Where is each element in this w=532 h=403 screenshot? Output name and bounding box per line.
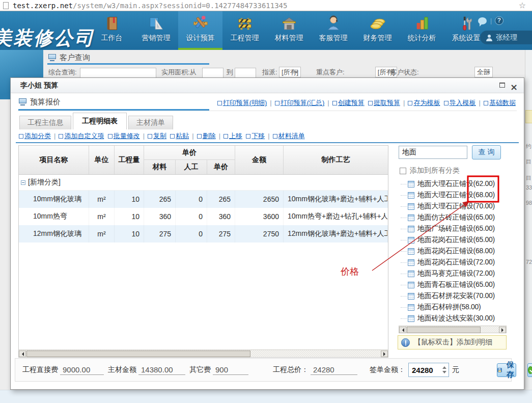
nav-label: 工作台 xyxy=(90,34,134,43)
grid-icon xyxy=(408,237,414,244)
bookmark-star-icon[interactable]: ☆ xyxy=(519,1,526,10)
link-box-icon xyxy=(223,134,228,139)
grid-icon xyxy=(408,248,414,255)
list-item[interactable]: 地面马赛克正铺设(72.00) xyxy=(401,268,510,279)
sign-button[interactable]: 签 单 xyxy=(527,363,532,377)
toolbar-move-down[interactable]: 下移 xyxy=(246,132,265,140)
nav-label: 客服管理 xyxy=(311,34,355,43)
toolbar-paste[interactable]: 粘贴 xyxy=(170,132,189,140)
user-menu[interactable]: 张经理 xyxy=(480,31,532,44)
divider xyxy=(18,111,517,111)
link-save-template[interactable]: 存为模板 xyxy=(408,99,440,106)
search-filter-input[interactable] xyxy=(80,68,156,78)
message-bubble-icon[interactable] xyxy=(478,17,487,24)
toolbar-add-category[interactable]: 添加分类 xyxy=(19,132,51,140)
tab-project-detail[interactable]: 工程明细表 xyxy=(73,113,127,129)
nav-label: 材料管理 xyxy=(267,34,311,43)
material-amount-value: 14380.00 xyxy=(138,365,185,375)
check-icon xyxy=(528,366,532,374)
list-item[interactable]: 地面青石板正铺设(65.00) xyxy=(401,279,510,290)
panel-horizontal-scrollbar[interactable] xyxy=(399,326,507,333)
tab-project-main-info[interactable]: 工程主信息 xyxy=(19,116,71,129)
status-select[interactable]: 全部 xyxy=(474,67,493,77)
search-input[interactable] xyxy=(399,146,467,159)
link-print-budget-summary[interactable]: 打印预算(汇总) xyxy=(275,99,325,106)
link-import-template[interactable]: 导入模板 xyxy=(444,99,476,106)
list-item[interactable]: 地面大理石正铺设(68.00) xyxy=(401,190,510,201)
toolbar-move-up[interactable]: 上移 xyxy=(223,132,242,140)
scroll-thumb[interactable] xyxy=(407,327,481,333)
spin-up-icon[interactable] xyxy=(442,364,446,369)
list-item[interactable]: 地面广场砖正铺设(65.00) xyxy=(401,223,510,234)
help-icon[interactable]: ? xyxy=(495,16,503,25)
grid-icon xyxy=(408,181,414,187)
assign-select[interactable]: [所有] xyxy=(279,67,301,77)
modal-title-bar[interactable]: 李小姐 预算 × xyxy=(11,78,524,93)
table-row[interactable]: 10mm热弯 m² 10 360 0 360 3600 10mm热弯+磨边+钻孔… xyxy=(19,208,388,225)
nav-item-marketing[interactable]: 营销管理 xyxy=(134,11,178,50)
toolbar-copy[interactable]: 复制 xyxy=(148,132,166,140)
cell-labor: 0 xyxy=(176,208,207,225)
nav-item-finance[interactable]: 财务管理 xyxy=(355,11,400,50)
category-row[interactable]: [新增分类] xyxy=(19,175,388,191)
scroll-left-arrow[interactable] xyxy=(19,351,26,357)
toolbar-add-custom-item[interactable]: 添加自定义项 xyxy=(59,132,104,140)
list-item[interactable]: 地面仿古砖正铺设(65.00) xyxy=(401,212,510,223)
browser-address-bar[interactable]: test.zxerp.net /system/w3/main.aspx?sess… xyxy=(0,0,532,11)
close-icon[interactable]: × xyxy=(510,79,518,94)
cell-unit: m² xyxy=(89,191,115,208)
area-from-input[interactable] xyxy=(202,68,223,78)
category-label: [新增分类] xyxy=(28,178,61,187)
link-extract-budget[interactable]: 提取预算 xyxy=(368,99,400,106)
list-item[interactable]: 地面砖波达线安装(30.00) xyxy=(401,313,510,324)
detail-table: 项目名称 单位 工程量 单价 金额 制作工艺 材料 人工 单价 [新增分类] 1… xyxy=(18,145,388,358)
save-button[interactable]: 保 存 xyxy=(497,363,516,377)
list-item[interactable]: 地面大理石正铺设(62.00) xyxy=(401,178,510,190)
scroll-right-arrow[interactable] xyxy=(499,327,506,333)
area-to-input[interactable] xyxy=(235,68,256,78)
list-item[interactable]: 地面石材碎拼(58.00) xyxy=(401,302,510,313)
maximize-icon[interactable] xyxy=(499,83,505,88)
background-cell-text: 目 xyxy=(526,174,532,182)
table-row[interactable]: 12mm钢化玻璃 m² 10 275 0 275 2750 12mm钢化玻璃+磨… xyxy=(19,225,388,243)
tab-main-materials[interactable]: 主材清单 xyxy=(128,116,173,129)
cell-material: 275 xyxy=(144,225,176,243)
nav-item-materials[interactable]: 材料管理 xyxy=(267,11,311,50)
scroll-right-arrow[interactable] xyxy=(381,351,388,357)
ruler-triangle-icon xyxy=(148,15,165,32)
cell-price: 275 xyxy=(207,225,235,243)
nav-item-design-budget[interactable]: 设计预算 xyxy=(178,11,222,50)
toolbar-material-list[interactable]: 材料清单 xyxy=(273,132,305,140)
scroll-thumb[interactable] xyxy=(26,351,250,357)
table-row[interactable]: 10mm钢化玻璃 m² 10 265 0 265 2650 10mm钢化玻璃+磨… xyxy=(19,191,388,208)
toolbar-batch-edit[interactable]: 批量修改 xyxy=(108,132,140,140)
grid-icon xyxy=(408,203,414,210)
list-item[interactable]: 地面花岗石正铺设(65.00) xyxy=(401,234,510,246)
nav-item-workbench[interactable]: 工作台 xyxy=(90,11,134,50)
scroll-left-arrow[interactable] xyxy=(399,327,406,333)
list-item[interactable]: 地面大理石正铺设(70.00) xyxy=(401,201,510,212)
list-item[interactable]: 地面花岗石正铺设(68.00) xyxy=(401,246,510,257)
col-header-price-group: 单价 xyxy=(144,146,235,160)
link-create-budget[interactable]: 创建预算 xyxy=(332,99,365,106)
link-base-data[interactable]: 基础数据 xyxy=(484,99,516,106)
separator: | xyxy=(143,132,145,140)
material-tree-list: 地面大理石正铺设(62.00) 地面大理石正铺设(68.00) 地面大理石正铺设… xyxy=(401,178,510,324)
link-print-budget-detail[interactable]: 打印预算(明细) xyxy=(217,99,267,106)
tree-connector xyxy=(401,184,407,184)
search-button[interactable]: 查 询 xyxy=(472,145,501,159)
collapse-icon[interactable] xyxy=(21,180,25,185)
nav-item-customer-service[interactable]: 客服管理 xyxy=(311,11,355,50)
nav-item-statistics[interactable]: 统计分析 xyxy=(400,11,444,50)
cell-material: 360 xyxy=(144,208,176,225)
add-to-all-checkbox[interactable] xyxy=(400,168,406,174)
cell-qty: 10 xyxy=(115,225,144,243)
list-item[interactable]: 地面石材拼花安装(70.00) xyxy=(401,290,510,302)
spin-down-icon[interactable] xyxy=(442,371,446,375)
table-horizontal-scrollbar[interactable] xyxy=(19,350,388,357)
nav-item-engineering[interactable]: 工程管理 xyxy=(222,11,267,50)
agent-headset-icon xyxy=(325,15,342,32)
toolbar-delete[interactable]: 删除 xyxy=(197,132,216,140)
sign-amount-input[interactable] xyxy=(409,366,440,374)
list-item[interactable]: 地面花岗石正铺设(72.00) xyxy=(401,257,510,268)
